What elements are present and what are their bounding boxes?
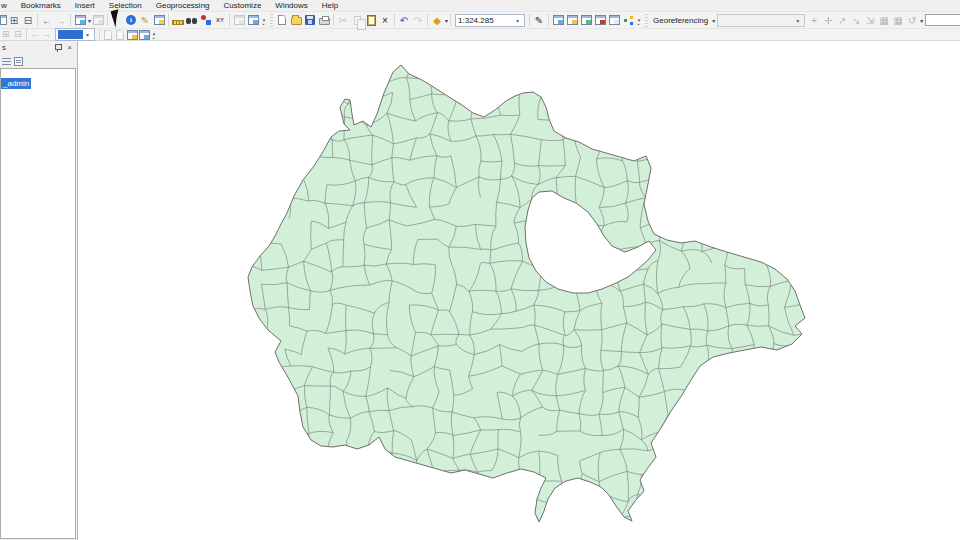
paste-button[interactable]	[364, 14, 378, 27]
menu-item-geoprocessing[interactable]: Geoprocessing	[149, 0, 217, 11]
toolbar-overflow-button[interactable]: ▾▪	[635, 14, 643, 27]
back-extent-button[interactable]: ←	[40, 14, 54, 27]
separator	[37, 14, 38, 26]
list-by-drawing-order-icon[interactable]	[2, 58, 11, 66]
separator	[450, 14, 451, 26]
zoom-whole-page-button[interactable]	[102, 29, 114, 40]
identify-button[interactable]: i	[124, 14, 138, 27]
separator	[107, 14, 108, 26]
admin-boundaries-map[interactable]	[78, 41, 958, 540]
select-elements-button[interactable]	[110, 14, 124, 27]
layout-zoom-combobox-value	[58, 30, 83, 39]
search-window-button[interactable]	[579, 14, 593, 27]
toc-content[interactable]: _admin	[0, 68, 76, 539]
layout-zoom-combobox-dropdown-icon[interactable]: ▾	[83, 29, 92, 40]
undo-button[interactable]: ↶	[397, 14, 411, 27]
toc-titlebar: s ×	[0, 41, 77, 54]
menu-item-selection[interactable]: Selection	[102, 0, 149, 11]
table-of-contents-window-button[interactable]	[551, 14, 565, 27]
pin-icon[interactable]	[53, 42, 64, 53]
editor-toolbar-button[interactable]: ✎	[532, 14, 546, 27]
select-link-button[interactable]: ↗	[835, 14, 849, 27]
clear-selection-button[interactable]	[91, 14, 105, 27]
map-scale-combobox-dropdown-icon[interactable]: ▾	[513, 15, 522, 26]
separator	[168, 14, 169, 26]
new-document-button[interactable]	[275, 14, 289, 27]
toolbar-overflow-button[interactable]: ▾▪	[150, 28, 158, 41]
go-to-xy-button[interactable]: XY	[213, 14, 227, 27]
separator	[229, 14, 230, 26]
toolbar-grip[interactable]	[270, 14, 273, 27]
toolbar-row-1: ⊞⊟←→▾i✎XY▾▪✂×↶↷◆▾1:324.285▾✎▾▪Georeferen…	[0, 11, 960, 28]
layout-fixed-zoom-out-button[interactable]: ⊟	[12, 29, 24, 40]
catalog-window-button[interactable]	[565, 14, 579, 27]
separator	[70, 14, 71, 26]
link-button[interactable]: ⇲	[863, 14, 877, 27]
toc-panel: s × _admin	[0, 41, 78, 540]
menu-item-w[interactable]: w	[0, 0, 14, 11]
menu-item-windows[interactable]: Windows	[268, 0, 314, 11]
python-window-button[interactable]	[607, 14, 621, 27]
save-button[interactable]	[303, 14, 317, 27]
print-button[interactable]	[317, 14, 331, 27]
modelbuilder-button[interactable]	[621, 14, 635, 27]
toolbar-row-2: ⊞⊟←→ ▾▾▪	[0, 28, 960, 41]
change-layout-button[interactable]	[126, 29, 138, 40]
rotation-angle-input[interactable]	[925, 14, 960, 26]
cut-button[interactable]: ✂	[336, 14, 350, 27]
hyperlink-button[interactable]: ✎	[138, 14, 152, 27]
layout-forward-button[interactable]: →	[41, 29, 53, 40]
add-control-points-button[interactable]: +	[807, 14, 821, 27]
menu-item-help[interactable]: Help	[315, 0, 345, 11]
toolbar-overflow-button[interactable]: ▾▪	[260, 14, 268, 27]
find-button[interactable]	[185, 14, 199, 27]
separator	[548, 14, 549, 26]
georeferencing-menu-button[interactable]: Georeferencing	[650, 16, 711, 25]
layout-fixed-zoom-in-button[interactable]: ⊞	[0, 29, 12, 40]
zoom-100-button[interactable]	[114, 29, 126, 40]
separator	[529, 14, 530, 26]
redo-button[interactable]: ↷	[411, 14, 425, 27]
map-scale-combobox[interactable]: 1:324.285▾	[455, 14, 525, 27]
rotate-button[interactable]: ↺	[905, 14, 919, 27]
auto-registration-button[interactable]: ✛	[821, 14, 835, 27]
add-data-button[interactable]: ◆	[430, 14, 444, 27]
toc-toolbar	[0, 54, 77, 68]
arctoolbox-window-button[interactable]	[593, 14, 607, 27]
georeferencing-menu-dropdown[interactable]: ▾	[712, 17, 715, 24]
viewer-window-button[interactable]	[246, 14, 260, 27]
zoom-to-link-button[interactable]: ↘	[849, 14, 863, 27]
html-popup-button[interactable]	[152, 14, 166, 27]
menu-item-bookmarks[interactable]: Bookmarks	[14, 0, 68, 11]
delete-button[interactable]: ×	[378, 14, 392, 27]
view-link-table-button[interactable]: ▦	[877, 14, 891, 27]
layout-zoom-combobox[interactable]: ▾	[55, 28, 95, 41]
menu-item-customize[interactable]: Customize	[217, 0, 269, 11]
add-data-dropdown[interactable]: ▾	[445, 17, 448, 24]
arcmap-window: wBookmarksInsertSelectionGeoprocessingCu…	[0, 0, 960, 540]
toolbar-grip[interactable]	[645, 14, 648, 27]
select-features-button[interactable]	[73, 14, 87, 27]
separator	[26, 29, 27, 41]
fixed-zoom-out-button[interactable]: ⊟	[21, 14, 35, 27]
copy-button[interactable]	[350, 14, 364, 27]
time-slider-button[interactable]	[232, 14, 246, 27]
menu-bar: wBookmarksInsertSelectionGeoprocessingCu…	[0, 0, 960, 11]
georeferencing-layer-combobox[interactable]: ▾	[717, 14, 805, 27]
map-canvas[interactable]	[78, 41, 960, 540]
close-icon[interactable]: ×	[64, 42, 75, 53]
attribute-table-button[interactable]: ▦	[891, 14, 905, 27]
fixed-zoom-in-button[interactable]: ⊞	[7, 14, 21, 27]
forward-extent-button[interactable]: →	[54, 14, 68, 27]
list-by-source-icon[interactable]	[14, 57, 23, 66]
partial-window-icon[interactable]	[0, 14, 7, 27]
selected-layer-label[interactable]: _admin	[1, 78, 31, 89]
measure-button[interactable]	[171, 14, 185, 27]
find-route-button[interactable]	[199, 14, 213, 27]
open-button[interactable]	[289, 14, 303, 27]
rotate-dropdown[interactable]: ▾	[920, 17, 923, 24]
data-driven-pages-button[interactable]	[138, 29, 150, 40]
layout-back-button[interactable]: ←	[29, 29, 41, 40]
georeferencing-layer-combobox-dropdown-icon[interactable]: ▾	[793, 15, 802, 26]
menu-item-insert[interactable]: Insert	[68, 0, 102, 11]
